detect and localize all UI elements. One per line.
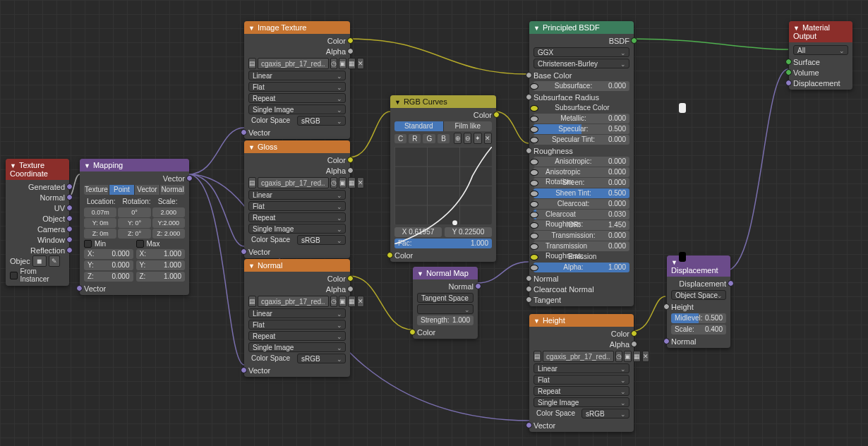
new-icon[interactable]: ▦ <box>633 351 641 362</box>
input-displacement[interactable]: Displacement <box>789 78 852 88</box>
space-dropdown[interactable]: Object Space⌄ <box>671 290 726 300</box>
input-clearcoat-roughness-[interactable]: Clearcoat Roughness:0.030 <box>529 210 634 219</box>
unlink-icon[interactable]: ✕ <box>357 177 364 188</box>
new-icon[interactable]: ▦ <box>348 177 356 188</box>
node-header[interactable]: ▼Image Texture <box>244 21 350 34</box>
output-generated[interactable]: Generated <box>6 181 69 192</box>
output-color[interactable]: Color <box>244 155 350 165</box>
open-icon[interactable]: ▣ <box>339 177 346 188</box>
node-header[interactable]: ▼Material Output <box>789 21 852 42</box>
minmax-y[interactable]: Y:0.000Y:1.000 <box>84 260 185 270</box>
users-icon[interactable]: ◷ <box>330 296 337 307</box>
unlink-icon[interactable]: ✕ <box>357 296 364 307</box>
curve-editor[interactable] <box>394 147 492 224</box>
input-normal[interactable]: Normal <box>667 336 730 346</box>
node-header[interactable]: ▼RGB Curves <box>390 95 496 108</box>
input-volume[interactable]: Volume <box>789 67 852 78</box>
output-displacement[interactable]: Displacement <box>667 278 730 289</box>
interpolation-dropdown[interactable]: Linear⌄ <box>534 363 629 373</box>
input-base-color[interactable]: Base Color <box>529 70 634 80</box>
new-icon[interactable]: ▦ <box>348 296 356 307</box>
node-header[interactable]: ▼Normal Map <box>413 267 478 279</box>
new-icon[interactable]: ▦ <box>348 58 356 69</box>
uvmap-dropdown[interactable]: ⌄ <box>417 304 474 314</box>
output-color[interactable]: Color <box>244 35 350 46</box>
output-color[interactable]: Color <box>529 328 634 339</box>
strength-slider[interactable]: Strength:1.000 <box>417 315 474 325</box>
target-dropdown[interactable]: All⌄ <box>793 45 848 55</box>
users-icon[interactable]: ◷ <box>330 177 337 188</box>
extension-dropdown[interactable]: Repeat⌄ <box>248 212 346 222</box>
input-normal[interactable]: Normal <box>529 273 634 284</box>
output-vector[interactable]: Vector <box>80 173 189 183</box>
filename-field[interactable]: cgaxis_pbr_17_red.. <box>543 351 614 362</box>
input-clearcoat-[interactable]: Clearcoat:0.000 <box>529 199 634 209</box>
input-transmission-roughness-[interactable]: Transmission Roughness:0.000 <box>529 241 634 251</box>
output-normal[interactable]: Normal <box>6 192 69 203</box>
output-camera[interactable]: Camera <box>6 224 69 234</box>
node-height-texture[interactable]: ▼Height Color Alpha ▤ cgaxis_pbr_17_red.… <box>529 314 634 432</box>
output-alpha[interactable]: Alpha <box>244 165 350 176</box>
node-rgb-curves[interactable]: ▼RGB Curves Color Standard Film like C R… <box>390 95 496 262</box>
extension-dropdown[interactable]: Repeat⌄ <box>534 386 629 396</box>
source-dropdown[interactable]: Single Image⌄ <box>248 342 346 352</box>
input-vector[interactable]: Vector <box>244 127 350 138</box>
delete-icon[interactable]: ✕ <box>484 133 492 144</box>
image-icon[interactable]: ▤ <box>534 351 541 362</box>
zoom-out-icon[interactable]: ⊖ <box>464 133 471 144</box>
extension-dropdown[interactable]: Repeat⌄ <box>248 93 346 103</box>
input-sheen-tint-[interactable]: Sheen Tint:0.500 <box>529 188 634 198</box>
output-color[interactable]: Color <box>244 273 350 284</box>
sss-method-dropdown[interactable]: Christensen-Burley⌄ <box>534 59 629 68</box>
input-vector[interactable]: Vector <box>244 365 350 375</box>
node-header[interactable]: ▼Height <box>529 314 634 327</box>
users-icon[interactable]: ◷ <box>615 351 622 362</box>
channel-buttons[interactable]: C R G B ⊕ ⊖ ✦ ✕ <box>394 133 492 144</box>
input-specular-tint-[interactable]: Specular Tint:0.000 <box>529 135 634 145</box>
colorspace-row[interactable]: Color SpacesRGB⌄ <box>248 354 346 363</box>
tools-icon[interactable]: ✦ <box>474 133 481 144</box>
image-icon[interactable]: ▤ <box>248 296 256 307</box>
node-normal-map[interactable]: ▼Normal Map Normal Tangent Space⌄ ⌄ Stre… <box>413 267 478 339</box>
output-uv[interactable]: UV <box>6 203 69 213</box>
minmax-x[interactable]: X:0.000X:1.000 <box>84 249 185 259</box>
colorspace-row[interactable]: Color SpacesRGB⌄ <box>248 116 346 126</box>
node-header[interactable]: ▼Gloss <box>244 140 350 153</box>
projection-dropdown[interactable]: Flat⌄ <box>248 320 346 330</box>
input-color[interactable]: Color <box>390 250 496 260</box>
node-material-output[interactable]: ▼Material Output All⌄ Surface Volume Dis… <box>789 21 852 90</box>
colorspace-row[interactable]: Color SpacesRGB⌄ <box>534 409 629 418</box>
image-browser[interactable]: ▤ cgaxis_pbr_17_red.. ◷ ▣ ▦ ✕ <box>248 296 346 307</box>
input-vector[interactable]: Vector <box>80 283 189 294</box>
node-header[interactable]: ▼Normal <box>244 259 350 272</box>
zoom-in-icon[interactable]: ⊕ <box>454 133 462 144</box>
input-roughness[interactable]: Roughness <box>529 145 634 156</box>
loc-rot-scale-x[interactable]: 0.07m0°2.000 <box>84 207 185 217</box>
input-color[interactable]: Color <box>413 327 478 337</box>
input-surface[interactable]: Surface <box>789 56 852 67</box>
space-dropdown[interactable]: Tangent Space⌄ <box>417 293 474 303</box>
input-transmission-[interactable]: Transmission:0.000 <box>529 231 634 241</box>
projection-dropdown[interactable]: Flat⌄ <box>248 82 346 92</box>
midlevel-slider[interactable]: Midlevel:0.500 <box>671 313 726 323</box>
interpolation-dropdown[interactable]: Linear⌄ <box>248 308 346 318</box>
mapping-type-tabs[interactable]: Texture Point Vector Normal <box>84 185 185 195</box>
open-icon[interactable]: ▣ <box>339 296 346 307</box>
open-icon[interactable]: ▣ <box>339 58 346 69</box>
node-header[interactable]: ▼Mapping <box>80 159 189 171</box>
output-bsdf[interactable]: BSDF <box>529 35 634 46</box>
input-height[interactable]: Height <box>667 301 730 312</box>
node-header[interactable]: ▼Displacement <box>667 255 730 277</box>
node-gloss[interactable]: ▼Gloss Color Alpha ▤ cgaxis_pbr_17_red..… <box>244 140 350 258</box>
extension-dropdown[interactable]: Repeat⌄ <box>248 331 346 341</box>
output-alpha[interactable]: Alpha <box>244 284 350 294</box>
input-specular-[interactable]: Specular:0.500 <box>529 124 634 134</box>
loc-rot-scale-z[interactable]: Z: 0mZ: 0°Z: 2.000 <box>84 229 185 239</box>
input-metallic-[interactable]: Metallic:0.000 <box>529 114 634 123</box>
source-dropdown[interactable]: Single Image⌄ <box>534 397 629 407</box>
image-browser[interactable]: ▤ cgaxis_pbr_17_red.. ◷ ▣ ▦ ✕ <box>248 58 346 69</box>
filename-field[interactable]: cgaxis_pbr_17_red.. <box>258 58 329 69</box>
input-tangent[interactable]: Tangent <box>529 294 634 305</box>
input-subsurface-radius[interactable]: Subsurface Radius <box>529 92 634 102</box>
from-instancer-checkbox[interactable]: From Instancer <box>10 267 65 283</box>
